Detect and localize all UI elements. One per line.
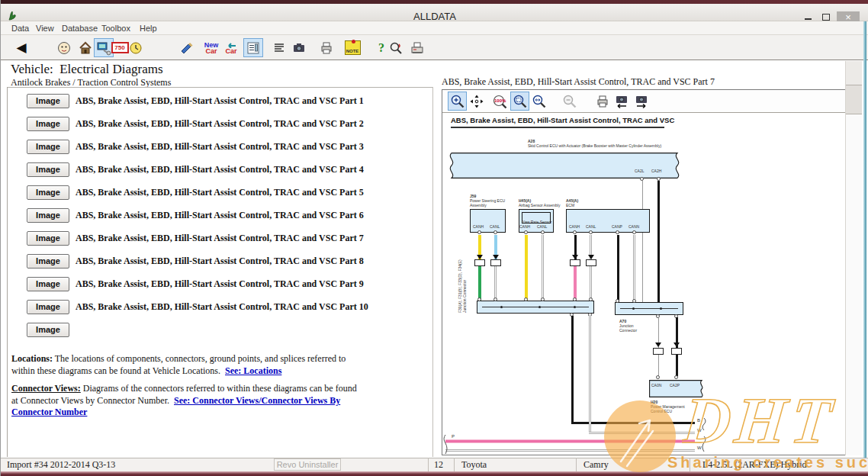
return-car-button[interactable]: Car (221, 38, 241, 57)
menu-toolbox[interactable]: Toolbox (101, 24, 130, 33)
pan-icon (469, 94, 484, 109)
pan-button[interactable] (467, 92, 486, 111)
list-item: ImageABS, Brake Assist, EBD, Hill-Start … (27, 230, 364, 246)
viewer-print-button[interactable] (593, 92, 612, 111)
see-locations-link[interactable]: See: Locations (225, 365, 281, 376)
image-button[interactable]: Image (27, 208, 69, 223)
connector-pin (541, 230, 545, 234)
camera-icon (291, 40, 307, 56)
list-item: Image (27, 322, 76, 337)
home-button[interactable] (76, 38, 95, 57)
note-icon: NOTE (345, 40, 361, 55)
print-button[interactable] (317, 38, 336, 57)
locations-note: Locations: The locations of components, … (11, 353, 358, 377)
ca2h-pin-label: CA2H (651, 169, 661, 173)
ca2p-pin-label: CA2P (670, 383, 680, 388)
article-list-button[interactable] (243, 38, 263, 57)
wiring-diagram: A28Skid Control ECU with Actuator (Brake… (442, 128, 845, 455)
h20-label: H20Power ManagementControl ECU (651, 400, 685, 413)
wire-break-mark (441, 435, 448, 455)
wire-white-horizontal (589, 432, 695, 434)
menu-view[interactable]: View (36, 24, 54, 33)
diagram-part-label: ABS, Brake Assist, EBD, Hill-Start Assis… (76, 118, 364, 130)
pin-label: CANH (569, 224, 580, 229)
menu-database[interactable]: Database (62, 24, 98, 33)
zoom-width-button[interactable] (529, 92, 548, 111)
wire-cann-white (633, 235, 635, 302)
zoom-100-button[interactable]: 100% (490, 92, 510, 111)
wire-canp-black (617, 235, 619, 302)
assistant-button[interactable] (54, 38, 74, 57)
home-icon (78, 40, 93, 56)
zoom-in-button[interactable] (448, 92, 467, 111)
menu-data[interactable]: Data (11, 24, 29, 33)
wire-color-letter: W (697, 445, 702, 450)
image-button[interactable]: Image (27, 117, 69, 131)
search-button[interactable] (386, 38, 406, 57)
wire-color-letter: B (697, 418, 700, 423)
inline-connector (490, 259, 501, 266)
svg-text:100%: 100% (494, 98, 506, 103)
image-button[interactable]: Image (27, 94, 69, 108)
window-right-edge (863, 21, 866, 471)
window-bottom-edge (1, 471, 868, 476)
ca0n-pin-label: CA0N (651, 383, 661, 388)
note-button[interactable]: NOTE (342, 38, 362, 57)
pin-label: CANN (628, 224, 639, 229)
connector-pin (616, 299, 619, 303)
menu-help[interactable]: Help (140, 24, 157, 33)
diagram-title: ABS, Brake Assist, EBD, Hill-Start Assis… (451, 116, 664, 128)
fax-icon (410, 40, 425, 56)
status-import-info: Import #34 2012-2014 Q3-13 (7, 459, 115, 471)
prev-image-button[interactable] (612, 92, 631, 111)
zoom-out-button[interactable] (560, 92, 579, 111)
wire-break-mark (702, 418, 709, 453)
history-clock-button[interactable] (126, 38, 146, 57)
printer-icon (319, 40, 334, 56)
image-button[interactable]: Image (27, 231, 69, 246)
connector-pin (656, 375, 660, 379)
repair-brush-button[interactable] (177, 38, 197, 57)
junction1-label: F30(A), F31(B), F33(D), F34(E)Junction C… (458, 252, 467, 313)
list-item: ImageABS, Brake Assist, EBD, Hill-Start … (27, 276, 364, 291)
image-button[interactable]: Image (27, 300, 69, 314)
menubar: Data View Database Toolbox Help (1, 21, 868, 35)
text-view-button[interactable] (269, 38, 289, 57)
wire-white-vertical (589, 316, 591, 433)
image-button[interactable]: Image (27, 162, 69, 177)
list-item: ImageABS, Brake Assist, EBD, Hill-Start … (27, 93, 364, 108)
image-button[interactable]: Image (27, 185, 69, 200)
inline-connector (586, 259, 596, 266)
fax-button[interactable] (407, 38, 427, 57)
connector-pin (589, 230, 593, 234)
diagram-part-label: ABS, Brake Assist, EBD, Hill-Start Assis… (76, 210, 364, 221)
scrollbar-thumb[interactable] (846, 85, 862, 114)
status-code: 12 (434, 459, 443, 471)
pin-label: CANL (490, 224, 500, 229)
fit-page-button[interactable] (510, 92, 529, 111)
pin-label: CANL (537, 224, 547, 229)
next-image-button[interactable] (632, 92, 651, 111)
new-car-button[interactable]: NewCar (201, 38, 221, 57)
skid-control-band (444, 153, 686, 178)
zoom-width-icon (532, 94, 547, 109)
image-button[interactable]: Image (27, 140, 69, 154)
revo-uninstaller-button[interactable]: Revo Uninstaller (274, 458, 341, 471)
scrollbar-up-button[interactable] (846, 61, 862, 85)
image-button[interactable]: Image (27, 323, 69, 337)
image-button[interactable]: Image (27, 254, 69, 269)
connector-views-label: Connector Views: (11, 383, 81, 394)
window-title: ALLDATA (1, 11, 868, 22)
page-scrollbar[interactable] (845, 61, 862, 455)
back-button[interactable]: ◀ (11, 38, 31, 57)
inline-connector (570, 259, 580, 266)
camera-button[interactable] (289, 38, 309, 57)
yaw-rate-sensor-box: Yaw Rate Sensor (522, 212, 551, 224)
clock-icon (128, 40, 143, 56)
image-button[interactable]: Image (27, 277, 69, 291)
wire-green (478, 266, 481, 301)
alldata-window: ALLDATA × Data View Database Toolbox Hel… (0, 0, 868, 476)
page-title: Vehicle: Electrical Diagrams (11, 62, 163, 77)
a70-label: A70JunctionConnector (619, 319, 637, 333)
status-make: Toyota (461, 459, 487, 471)
